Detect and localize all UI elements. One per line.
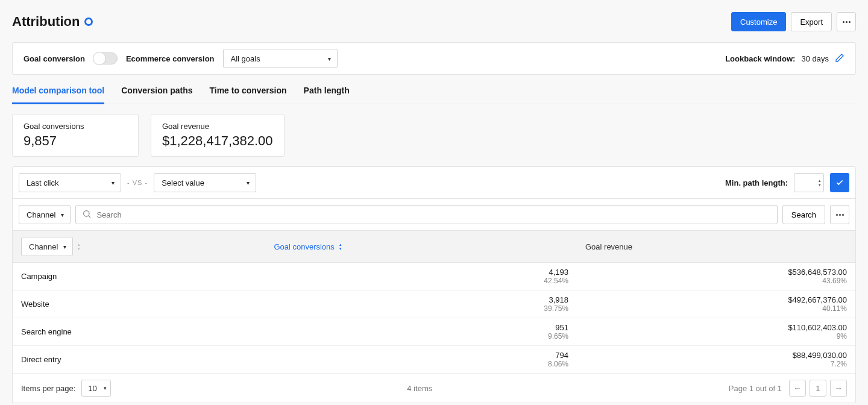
cell-channel: Direct entry — [13, 346, 265, 374]
kpi-goal-revenue: Goal revenue $1,228,417,382.00 — [151, 114, 285, 157]
beta-badge-icon — [84, 17, 93, 26]
col-label: Channel — [29, 242, 58, 251]
model-b-select[interactable]: Select value ▾ — [154, 173, 256, 192]
col-goal-conversions[interactable]: Goal conversions ▴▾ — [265, 231, 577, 263]
cell-revenue: $536,648,573.0043.69% — [577, 263, 855, 290]
col-goal-revenue[interactable]: Goal revenue — [577, 231, 855, 263]
goals-select-value: All goals — [231, 54, 260, 63]
cell-channel: Website — [13, 290, 265, 318]
svg-point-0 — [84, 210, 89, 216]
model-a-select[interactable]: Last click ▾ — [19, 173, 121, 192]
chevron-down-icon: ▾ — [328, 55, 331, 62]
channel-column-select[interactable]: Channel ▾ — [21, 237, 73, 256]
per-page-value: 10 — [88, 384, 96, 393]
tab-model-comparison[interactable]: Model comparison tool — [12, 86, 104, 104]
table-header-row: Channel ▾ ▴▾ Goal conversions ▴▾ Goal re… — [13, 231, 855, 263]
chevron-down-icon: ▾ — [247, 180, 250, 186]
table-row: Search engine9519.65%$110,602,403.009% — [13, 318, 855, 346]
col-label: Goal revenue — [585, 242, 632, 251]
chevron-down-icon: ▾ — [104, 385, 107, 391]
cell-revenue: $492,667,376.0040.11% — [577, 290, 855, 318]
ecommerce-conversion-label: Ecommerce conversion — [126, 54, 215, 63]
page-header: Attribution Customize Export — [12, 12, 856, 31]
goal-conversion-label: Goal conversion — [24, 54, 85, 63]
chevron-down-icon: ▾ — [112, 180, 115, 186]
lookback-value: 30 days — [801, 54, 829, 63]
chevron-down-icon: ▾ — [61, 212, 64, 218]
kpi-value: 9,857 — [24, 133, 127, 149]
sort-icon: ▴▾ — [339, 242, 342, 251]
kpi-row: Goal conversions 9,857 Goal revenue $1,2… — [12, 114, 856, 157]
kpi-label: Goal conversions — [24, 122, 127, 131]
lookback-label: Lookback window: — [725, 54, 795, 63]
stepper-icon: ▴▾ — [819, 178, 821, 187]
per-page-label: Items per page: — [21, 384, 75, 393]
conversion-toolbar: Goal conversion Ecommerce conversion All… — [12, 42, 856, 75]
conversion-toggle[interactable] — [93, 52, 118, 64]
tab-conversion-paths[interactable]: Conversion paths — [121, 86, 192, 104]
table-footer: Items per page: 10 ▾ 4 items Page 1 out … — [13, 374, 855, 403]
items-count: 4 items — [407, 384, 432, 393]
per-page-select[interactable]: 10 ▾ — [81, 380, 110, 397]
table-row: Campaign4,19342.54%$536,648,573.0043.69% — [13, 263, 855, 290]
search-input[interactable] — [96, 210, 770, 219]
kpi-value: $1,228,417,382.00 — [162, 133, 273, 149]
cell-conversions: 9519.65% — [265, 318, 577, 346]
toggle-knob-icon — [93, 52, 106, 65]
kpi-label: Goal revenue — [162, 122, 273, 131]
min-path-input[interactable]: ▴▾ — [794, 173, 824, 192]
attribution-table: Channel ▾ ▴▾ Goal conversions ▴▾ Goal re… — [13, 231, 855, 374]
table-row: Website3,91839.75%$492,667,376.0040.11% — [13, 290, 855, 318]
customize-button[interactable]: Customize — [731, 12, 786, 31]
chevron-down-icon: ▾ — [63, 243, 66, 250]
dimension-select[interactable]: Channel ▾ — [19, 205, 71, 224]
tab-time-to-conversion[interactable]: Time to conversion — [209, 86, 286, 104]
export-button[interactable]: Export — [791, 12, 832, 31]
more-icon — [836, 214, 844, 216]
sort-icon: ▴▾ — [78, 242, 80, 251]
more-options-button[interactable] — [837, 12, 856, 31]
cell-conversions: 7948.06% — [265, 346, 577, 374]
cell-conversions: 3,91839.75% — [265, 290, 577, 318]
page-title: Attribution — [12, 14, 80, 30]
cell-revenue: $88,499,030.007.2% — [577, 346, 855, 374]
tabs: Model comparison tool Conversion paths T… — [12, 86, 856, 104]
goals-select[interactable]: All goals ▾ — [223, 49, 338, 68]
table-row: Direct entry7948.06%$88,499,030.007.2% — [13, 346, 855, 374]
vs-separator: - VS - — [127, 179, 148, 186]
cell-revenue: $110,602,403.009% — [577, 318, 855, 346]
tab-path-length[interactable]: Path length — [304, 86, 350, 104]
filter-row: Channel ▾ Search — [13, 199, 855, 231]
search-icon — [82, 209, 92, 221]
kpi-goal-conversions: Goal conversions 9,857 — [12, 114, 139, 157]
model-compare-row: Last click ▾ - VS - Select value ▾ Min. … — [13, 167, 855, 199]
dimension-value: Channel — [27, 210, 55, 219]
table-more-button[interactable] — [830, 205, 849, 224]
svg-line-1 — [89, 216, 91, 218]
col-channel[interactable]: Channel ▾ ▴▾ — [13, 231, 265, 263]
min-path-label: Min. path length: — [725, 178, 788, 187]
edit-lookback-icon[interactable] — [835, 53, 844, 64]
prev-page-button[interactable]: ← — [789, 380, 806, 397]
cell-channel: Campaign — [13, 263, 265, 290]
data-panel: Last click ▾ - VS - Select value ▾ Min. … — [12, 166, 856, 403]
search-button[interactable]: Search — [782, 205, 825, 224]
model-b-value: Select value — [162, 178, 204, 187]
apply-min-path-button[interactable] — [830, 173, 849, 192]
more-icon — [843, 21, 851, 23]
model-a-value: Last click — [27, 178, 58, 187]
current-page: 1 — [810, 380, 826, 397]
next-page-button[interactable]: → — [830, 380, 847, 397]
search-wrap — [75, 205, 777, 224]
page-info: Page 1 out of 1 — [729, 384, 782, 393]
cell-channel: Search engine — [13, 318, 265, 346]
cell-conversions: 4,19342.54% — [265, 263, 577, 290]
col-label: Goal conversions — [274, 242, 334, 251]
